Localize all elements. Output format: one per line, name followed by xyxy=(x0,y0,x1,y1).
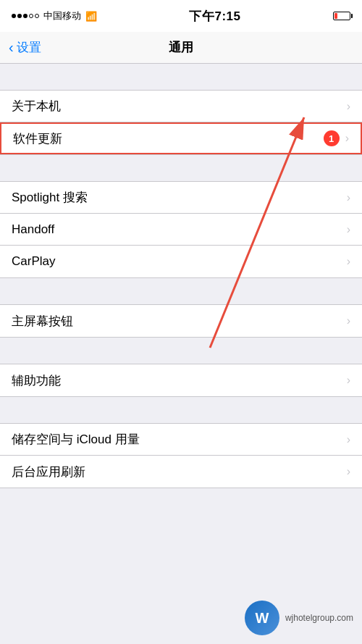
background-app-right: › xyxy=(347,465,350,478)
background-app-chevron-icon: › xyxy=(347,465,350,478)
icloud-storage-label: 储存空间与 iCloud 用量 xyxy=(12,431,140,448)
signal-dots xyxy=(12,14,39,18)
carplay-chevron-icon: › xyxy=(347,255,350,268)
section-spacer-5 xyxy=(0,397,362,423)
icloud-storage-chevron-icon: › xyxy=(347,433,350,446)
nav-title: 通用 xyxy=(169,39,193,56)
spotlight-chevron-icon: › xyxy=(347,191,350,204)
section-spacer-1 xyxy=(0,64,362,90)
wifi-icon: 📶 xyxy=(85,11,97,22)
status-right xyxy=(333,12,350,20)
section-2: Spotlight 搜索 › Handoff › CarPlay › xyxy=(0,181,362,278)
back-button[interactable]: ‹ 设置 xyxy=(9,39,41,56)
section-5: 储存空间与 iCloud 用量 › 后台应用刷新 › xyxy=(0,423,362,488)
row-handoff[interactable]: Handoff › xyxy=(0,214,362,246)
carplay-label: CarPlay xyxy=(12,254,55,269)
about-label: 关于本机 xyxy=(12,98,61,114)
nav-bar: ‹ 设置 通用 xyxy=(0,32,362,64)
row-home-button[interactable]: 主屏幕按钮 › xyxy=(0,305,362,337)
signal-dot-4 xyxy=(29,14,33,18)
section-4: 辅助功能 › xyxy=(0,364,362,397)
background-app-label: 后台应用刷新 xyxy=(12,464,85,480)
software-update-chevron-icon: › xyxy=(345,132,349,145)
row-background-app[interactable]: 后台应用刷新 › xyxy=(0,456,362,488)
watermark-logo: W xyxy=(245,601,279,635)
section-spacer-2 xyxy=(0,155,362,181)
accessibility-right: › xyxy=(347,374,350,387)
about-right: › xyxy=(347,100,350,113)
handoff-label: Handoff xyxy=(12,222,54,237)
battery-fill xyxy=(334,13,337,19)
home-button-label: 主屏幕按钮 xyxy=(12,313,73,330)
status-time: 下午7:15 xyxy=(189,8,240,25)
spotlight-label: Spotlight 搜索 xyxy=(12,189,88,206)
row-carplay[interactable]: CarPlay › xyxy=(0,246,362,277)
watermark-text: wjhotelgroup.com xyxy=(285,612,353,624)
handoff-chevron-icon: › xyxy=(347,223,350,236)
status-bar: 中国移动 📶 下午7:15 xyxy=(0,0,362,32)
carplay-right: › xyxy=(347,255,350,268)
signal-dot-2 xyxy=(17,14,22,18)
row-software-update[interactable]: 软件更新 1 › xyxy=(0,122,362,154)
watermark-letter: W xyxy=(255,610,269,627)
accessibility-label: 辅助功能 xyxy=(12,372,61,389)
section-1: 关于本机 › 软件更新 1 › xyxy=(0,90,362,155)
row-about[interactable]: 关于本机 › xyxy=(0,91,362,122)
watermark: W wjhotelgroup.com xyxy=(245,601,353,635)
back-label: 设置 xyxy=(17,39,41,56)
accessibility-chevron-icon: › xyxy=(347,374,350,387)
signal-dot-3 xyxy=(23,14,28,18)
battery-icon xyxy=(333,12,350,20)
watermark-site: wjhotelgroup.com xyxy=(285,613,353,623)
section-spacer-3 xyxy=(0,278,362,304)
home-button-chevron-icon: › xyxy=(347,314,350,327)
row-accessibility[interactable]: 辅助功能 › xyxy=(0,364,362,396)
section-spacer-4 xyxy=(0,338,362,364)
back-chevron-icon: ‹ xyxy=(9,40,14,54)
about-chevron-icon: › xyxy=(347,100,350,113)
carrier-label: 中国移动 xyxy=(43,9,81,22)
spotlight-right: › xyxy=(347,191,350,204)
software-update-label: 软件更新 xyxy=(13,130,62,147)
icloud-storage-right: › xyxy=(347,433,350,446)
section-3: 主屏幕按钮 › xyxy=(0,304,362,338)
software-update-right: 1 › xyxy=(324,130,349,146)
row-icloud-storage[interactable]: 储存空间与 iCloud 用量 › xyxy=(0,424,362,456)
page-wrapper: 中国移动 📶 下午7:15 ‹ 设置 通用 关于本机 › 软件更新 1 xyxy=(0,0,362,644)
update-badge: 1 xyxy=(324,130,340,146)
signal-dot-5 xyxy=(35,14,39,18)
signal-dot-1 xyxy=(12,14,16,18)
handoff-right: › xyxy=(347,223,350,236)
home-button-right: › xyxy=(347,314,350,327)
status-left: 中国移动 📶 xyxy=(12,9,97,22)
row-spotlight[interactable]: Spotlight 搜索 › xyxy=(0,182,362,214)
